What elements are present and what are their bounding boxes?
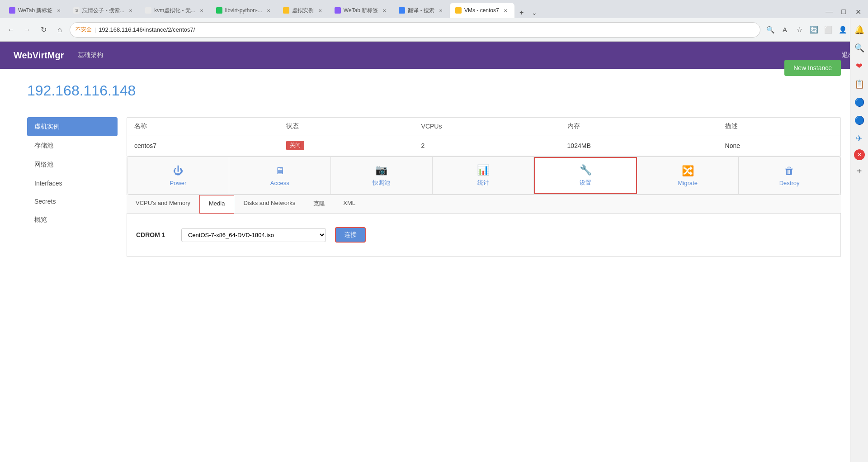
tab-4[interactable]: libvirt-python-... ✕ [211,3,278,18]
tab-8-active[interactable]: VMs - centos7 ✕ [450,3,514,18]
security-warning: 不安全 [75,26,92,33]
right-icon-bell[interactable]: 🔔 [852,23,867,37]
action-migrate[interactable]: 🔀 Migrate [637,157,739,194]
action-snapshot[interactable]: 📷 快照池 [331,157,433,194]
back-button[interactable]: ← [5,24,17,36]
migrate-icon: 🔀 [682,165,694,177]
toolbar-icons: 🔍 A ☆ 🔄 ⬜ 👤 ⋯ [764,24,863,36]
action-access-label: Access [270,180,289,186]
tab-list-button[interactable]: ⌄ [529,7,540,18]
right-icon-x[interactable]: ✕ [854,149,865,160]
right-icon-heart[interactable]: ❤ [852,59,867,73]
row-desc: None [718,135,840,156]
cdrom-select[interactable]: CentOS-7-x86_64-DVD-1804.iso [181,228,326,242]
close-button[interactable]: ✕ [852,5,864,18]
sidebar-item-overview[interactable]: 概览 [27,210,118,229]
right-icon-plus[interactable]: + [852,164,867,178]
action-buttons: ⏻ Power 🖥 Access 📷 快照池 [127,157,840,195]
right-icon-clipboard[interactable]: 📋 [852,77,867,91]
action-settings[interactable]: 🔧 设置 [534,157,637,194]
action-stats[interactable]: 📊 统计 [433,157,534,194]
bookmark-icon[interactable]: ☆ [793,24,806,36]
address-field[interactable]: 不安全 | 192.168.116.146/instance/2/centos7… [70,22,760,38]
right-icon-blue2[interactable]: 🔵 [852,113,867,128]
profile-icon[interactable]: 👤 [836,24,849,36]
snapshot-icon: 📷 [375,164,387,176]
tab-2[interactable]: S 忘情公子 - 搜索... ✕ [68,3,140,18]
col-desc: 描述 [718,118,840,135]
tab-5-close[interactable]: ✕ [316,7,324,14]
tab-5[interactable]: 虚拟实例 ✕ [278,3,329,18]
main-panel: 名称 状态 VCPUs 内存 描述 centos7 关闭 [127,117,841,257]
tab-2-close[interactable]: ✕ [127,7,134,14]
minimize-button[interactable]: — [823,5,835,18]
title-row: 192.168.116.148 New Instance [27,82,841,108]
action-destroy[interactable]: 🗑 Destroy [739,157,840,194]
action-buttons-row: ⏻ Power 🖥 Access 📷 快照池 [127,157,841,195]
action-power[interactable]: ⏻ Power [127,157,229,194]
sidebar-item-secrets[interactable]: Secrets [27,192,118,210]
sub-tabs: VCPU's and Memory Media Disks and Networ… [127,195,841,214]
tab-1[interactable]: WeTab 新标签 ✕ [4,3,68,18]
topbar-logo: WebVirtMgr [14,50,64,61]
action-migrate-label: Migrate [678,180,698,186]
tab-6-close[interactable]: ✕ [381,7,388,14]
page-title: 192.168.116.148 [27,82,136,99]
tab-clone[interactable]: 克隆 [304,195,334,213]
action-access[interactable]: 🖥 Access [229,157,331,194]
new-instance-button[interactable]: New Instance [784,60,841,76]
tab-bar: WeTab 新标签 ✕ S 忘情公子 - 搜索... ✕ kvm虚拟化 - 无.… [0,0,868,18]
col-memory: 内存 [560,118,718,135]
new-tab-button[interactable]: + [516,7,527,18]
power-icon: ⏻ [173,165,183,177]
refresh-button[interactable]: ↻ [37,24,50,36]
sidebar: 虚机实例 存储池 网络池 Interfaces Secrets 概览 [27,117,118,257]
tab-1-close[interactable]: ✕ [55,7,62,14]
settings-icon: 🔧 [580,164,592,176]
col-name: 名称 [127,118,279,135]
status-badge: 关闭 [286,141,304,150]
right-icon-search[interactable]: 🔍 [852,41,867,55]
maximize-button[interactable]: □ [837,5,850,18]
tab-disks[interactable]: Disks and Networks [234,195,304,213]
tab-3-close[interactable]: ✕ [198,7,205,14]
action-destroy-label: Destroy [779,180,800,186]
right-icon-plane[interactable]: ✈ [852,131,867,146]
topbar: WebVirtMgr 基础架构 退出 [0,42,868,69]
destroy-icon: 🗑 [784,165,794,177]
instance-table-section: 名称 状态 VCPUs 内存 描述 centos7 关闭 [127,117,841,157]
row-status: 关闭 [279,135,414,156]
tab-7-close[interactable]: ✕ [437,7,444,14]
tab-icon[interactable]: ⬜ [822,24,835,36]
right-icon-blue1[interactable]: 🔵 [852,95,867,110]
topbar-nav[interactable]: 基础架构 [78,51,103,59]
home-button[interactable]: ⌂ [53,24,66,36]
cdrom-label: CDROM 1 [136,231,172,238]
table-row[interactable]: centos7 关闭 2 1024MB None [127,135,840,156]
font-icon[interactable]: A [778,24,791,36]
tab-8-close[interactable]: ✕ [502,7,509,14]
forward-button[interactable]: → [21,24,33,36]
tab-xml[interactable]: XML [334,195,364,213]
tab-media[interactable]: Media [199,195,234,214]
access-icon: 🖥 [275,165,285,177]
tab-4-close[interactable]: ✕ [265,7,272,14]
tab-6[interactable]: WeTab 新标签 ✕ [329,3,393,18]
active-tab-label: VMs - centos7 [464,7,499,14]
sidebar-item-storage[interactable]: 存储池 [27,136,118,155]
sidebar-item-vms[interactable]: 虚机实例 [27,117,118,136]
sidebar-item-network[interactable]: 网络池 [27,155,118,174]
tab-3[interactable]: kvm虚拟化 - 无... ✕ [140,3,211,18]
action-power-label: Power [170,180,187,186]
sidebar-item-interfaces[interactable]: Interfaces [27,174,118,192]
address-text: 192.168.116.146/instance/2/centos7/ [99,26,755,33]
search-icon[interactable]: 🔍 [764,24,777,36]
tab-7[interactable]: 翻译 - 搜索 ✕ [393,3,450,18]
row-vcpus: 2 [414,135,560,156]
tab-vcpu[interactable]: VCPU's and Memory [127,195,199,213]
action-stats-label: 统计 [477,179,489,187]
separator: | [94,27,96,33]
connect-button[interactable]: 连接 [335,227,366,243]
sync-icon[interactable]: 🔄 [807,24,820,36]
col-status: 状态 [279,118,414,135]
